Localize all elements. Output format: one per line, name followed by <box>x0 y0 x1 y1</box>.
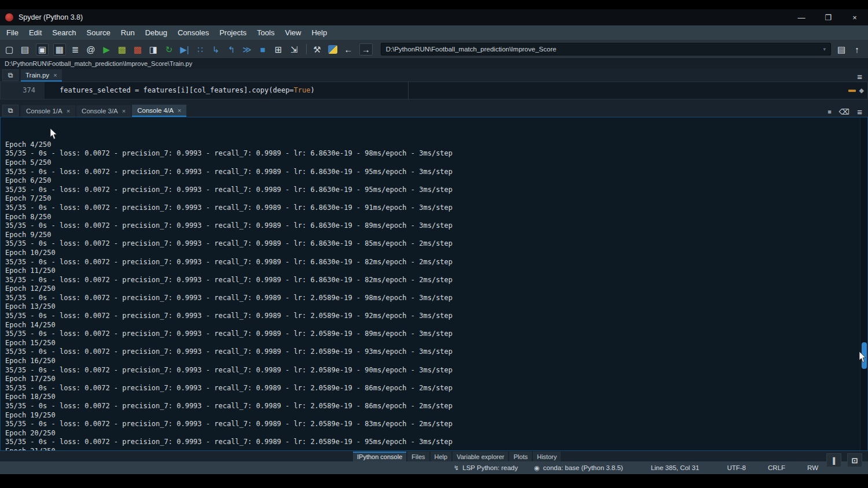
save-icon[interactable]: ▣ <box>36 43 49 56</box>
console-line: 35/35 - 0s - loss: 0.0072 - precision_7:… <box>5 347 867 357</box>
minimize-button[interactable]: — <box>788 9 815 25</box>
pane-tab[interactable]: Plots <box>509 452 531 461</box>
options-menu-icon[interactable]: ≡ <box>857 72 862 82</box>
chevron-down-icon[interactable]: ▾ <box>823 43 826 55</box>
menu-item[interactable]: File <box>1 25 24 40</box>
scrollbar-handle[interactable] <box>862 342 867 369</box>
pane-tab[interactable]: History <box>533 452 561 461</box>
column-ruler <box>408 82 409 99</box>
console-scrollbar[interactable] <box>860 117 867 450</box>
interrupt-kernel-icon[interactable]: ■ <box>827 109 832 115</box>
browse-tabs-icon[interactable]: ⧉ <box>2 69 19 81</box>
pane-tab[interactable]: IPython console <box>353 452 406 461</box>
tab-train-py[interactable]: Train.py × <box>21 69 62 82</box>
console-line: 35/35 - 0s - loss: 0.0072 - precision_7:… <box>5 186 867 195</box>
title-bar: Spyder (Python 3.8) — ❐ × <box>0 9 868 25</box>
console-line: Epoch 7/250 <box>5 194 867 204</box>
code-editor[interactable]: 374 features_selected = features[i][col_… <box>0 82 868 99</box>
menu-item[interactable]: Debug <box>140 25 172 40</box>
run-cell-advance-icon[interactable]: ▩ <box>133 45 142 54</box>
menu-item[interactable]: Edit <box>24 25 47 40</box>
debug-file-icon[interactable]: ▶| <box>180 45 189 54</box>
console-line: 35/35 - 0s - loss: 0.0072 - precision_7:… <box>5 168 867 177</box>
console-line: 35/35 - 0s - loss: 0.0072 - precision_7:… <box>5 438 867 447</box>
stop-icon[interactable]: ■ <box>258 45 267 54</box>
code-text-close: ) <box>310 86 314 94</box>
menu-item[interactable]: Consoles <box>172 25 214 40</box>
line-number: 374 <box>1 82 45 99</box>
rerun-cell-icon[interactable]: ↻ <box>164 45 174 54</box>
panel-layout-icon[interactable]: ⊡ <box>847 453 862 467</box>
pane-tab[interactable]: Variable explorer <box>453 452 508 461</box>
menu-item[interactable]: Source <box>82 25 116 40</box>
console-line: Epoch 4/250 <box>5 141 867 150</box>
maximize-pane-icon[interactable]: ⊞ <box>274 45 283 54</box>
close-icon[interactable]: × <box>53 72 57 79</box>
code-line[interactable]: features_selected = features[i][col_feat… <box>45 82 867 99</box>
save-all-icon[interactable]: ▦ <box>53 43 66 56</box>
console-line: 35/35 - 0s - loss: 0.0072 - precision_7:… <box>5 276 867 285</box>
step-return-icon[interactable]: ↰ <box>227 45 236 54</box>
close-button[interactable]: × <box>841 9 868 25</box>
editor-options: ≡ <box>857 72 868 82</box>
working-directory-input[interactable]: D:\PythonRUN\Football_match_prediction\I… <box>381 43 831 56</box>
scroll-widget-icon[interactable]: ◆ <box>859 87 864 94</box>
new-file-icon[interactable]: ▢ <box>5 45 14 54</box>
console-tab-label: Console 3/A <box>82 108 118 114</box>
status-item: CRLF <box>764 464 785 471</box>
run-selection-icon[interactable]: ◨ <box>149 45 158 54</box>
menu-item[interactable]: Help <box>306 25 332 40</box>
status-icon: ◉ <box>534 464 540 472</box>
console-line: 35/35 - 0s - loss: 0.0072 - precision_7:… <box>5 294 867 303</box>
status-label: LSP Python: ready <box>462 464 518 471</box>
back-icon[interactable]: ← <box>344 45 353 54</box>
menu-bar: FileEditSearchSourceRunDebugConsolesProj… <box>0 25 868 40</box>
status-icon: ↯ <box>454 464 459 472</box>
file-switcher-icon[interactable]: ≣ <box>71 45 80 54</box>
menu-item[interactable]: View <box>279 25 306 40</box>
close-icon[interactable]: × <box>178 107 181 114</box>
find-symbols-icon[interactable]: @ <box>86 45 95 54</box>
run-file-icon[interactable]: ▶ <box>102 45 111 54</box>
ipython-console-output[interactable]: Epoch 4/25035/35 - 0s - loss: 0.0072 - p… <box>0 117 868 451</box>
preferences-wrench-icon[interactable]: ⚒ <box>312 45 322 54</box>
pane-tab-label: Files <box>411 453 425 461</box>
debug-cell-icon[interactable]: ∷ <box>196 45 205 54</box>
pane-tab[interactable]: Help <box>431 452 452 461</box>
console-line: 35/35 - 0s - loss: 0.0072 - precision_7:… <box>5 420 867 429</box>
console-tab-label: Console 1/A <box>26 108 62 114</box>
browse-console-tabs-icon[interactable]: ⧉ <box>2 105 19 116</box>
step-into-icon[interactable]: ↳ <box>211 45 220 54</box>
open-file-icon[interactable]: ▤ <box>20 45 30 54</box>
letterbox-top <box>0 0 868 9</box>
status-bar: ↯ LSP Python: ready ◉ conda: base (Pytho… <box>0 461 868 474</box>
pause-icon[interactable]: ∥ <box>826 453 841 467</box>
clear-console-icon[interactable]: ⌫ <box>839 108 849 116</box>
console-line: Epoch 6/250 <box>5 176 867 186</box>
menu-item[interactable]: Run <box>116 25 140 40</box>
status-label: Line 385, Col 31 <box>651 464 700 471</box>
continue-icon[interactable]: ≫ <box>242 45 252 54</box>
restore-button[interactable]: ❐ <box>815 9 841 25</box>
pythonpath-icon[interactable] <box>328 45 337 54</box>
console-pane-actions: ■ ⌫ ≡ <box>827 107 868 117</box>
run-cell-icon[interactable]: ▩ <box>117 45 127 54</box>
close-icon[interactable]: × <box>122 108 126 114</box>
browse-directory-icon[interactable]: ▤ <box>837 45 846 54</box>
console-tab-bar: ⧉ Console 1/A × Console 3/A × Console 4/… <box>0 104 868 117</box>
pane-tab[interactable]: Files <box>407 452 429 461</box>
console-options-menu-icon[interactable]: ≡ <box>857 107 862 117</box>
spyder-logo-icon <box>5 13 13 21</box>
console-line: Epoch 15/250 <box>5 339 867 348</box>
menu-item[interactable]: Projects <box>214 25 252 40</box>
window-title: Spyder (Python 3.8) <box>19 13 83 21</box>
forward-icon[interactable]: → <box>359 43 373 56</box>
fullscreen-icon[interactable]: ⇲ <box>289 45 299 54</box>
menu-item[interactable]: Search <box>47 25 81 40</box>
menu-item[interactable]: Tools <box>252 25 279 40</box>
console-line: Epoch 13/250 <box>5 302 867 312</box>
parent-directory-icon[interactable]: ↑ <box>852 45 862 54</box>
console-tab[interactable]: Console 4/A × <box>132 105 186 117</box>
status-item: RW <box>804 464 818 471</box>
working-directory-value: D:\PythonRUN\Football_match_prediction\I… <box>386 43 557 55</box>
